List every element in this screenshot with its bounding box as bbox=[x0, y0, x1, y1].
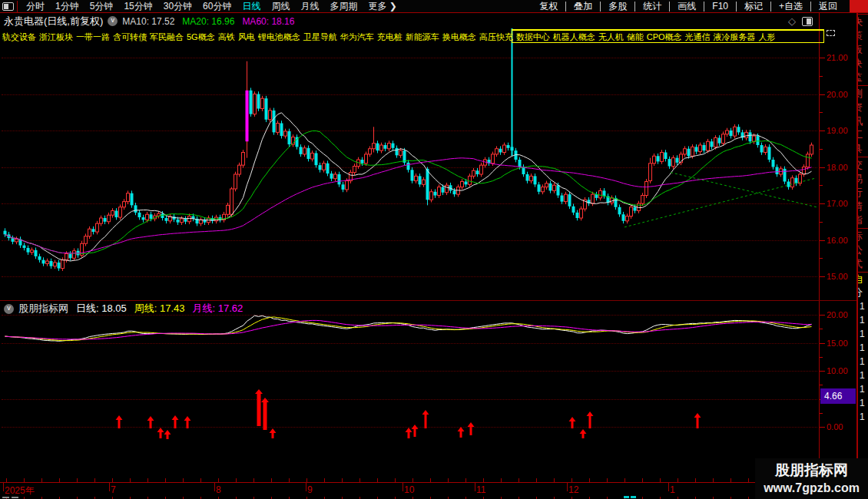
tag-selection-handle bbox=[827, 30, 835, 36]
concept-tag[interactable]: 充电桩 bbox=[377, 31, 403, 43]
chart-title-bar: 永贵电器(日线,前复权) v MA10: 17.52MA20: 16.96MA6… bbox=[0, 14, 819, 28]
chevron-down-icon[interactable]: v bbox=[108, 16, 118, 26]
strip-glyph: 指 bbox=[857, 213, 868, 227]
concept-tag[interactable]: 人形 bbox=[759, 31, 776, 43]
tool-button-5[interactable]: F10 bbox=[704, 1, 736, 12]
concept-tag[interactable]: 无人机 bbox=[598, 31, 624, 43]
axis-tick bbox=[820, 167, 825, 168]
period-tab-5[interactable]: 60分钟 bbox=[197, 0, 237, 13]
chart-canvas[interactable] bbox=[0, 0, 868, 499]
y-axis-label: 21.00 bbox=[827, 53, 848, 62]
y-axis-label: 18.00 bbox=[827, 163, 848, 172]
tool-buttons: 复权叠加多股统计画线F10标记+自选返回 bbox=[532, 0, 845, 13]
period-tab-1[interactable]: 1分钟 bbox=[50, 0, 84, 13]
axis-tick bbox=[820, 203, 825, 204]
period-tab-8[interactable]: 月线 bbox=[295, 0, 324, 13]
axis-tick bbox=[820, 58, 825, 58]
concept-tag[interactable]: 风电 bbox=[238, 31, 255, 43]
strip-glyph: 策 bbox=[857, 29, 868, 43]
concept-tag[interactable]: 轨交设备 bbox=[2, 31, 36, 43]
concept-tag[interactable]: 浙江板块 bbox=[39, 31, 73, 43]
concept-tag[interactable]: 光通信 bbox=[685, 31, 711, 43]
tool-button-3[interactable]: 统计 bbox=[635, 0, 669, 13]
panel-toggle-icon[interactable] bbox=[802, 17, 813, 26]
tool-button-1[interactable]: 叠加 bbox=[566, 0, 600, 13]
strip-glyph: 标 bbox=[857, 230, 868, 243]
axis-tick bbox=[820, 427, 825, 428]
tool-button-4[interactable]: 画线 bbox=[670, 0, 704, 13]
strip-divider bbox=[858, 85, 868, 86]
strip-divider bbox=[858, 14, 868, 15]
period-tab-7[interactable]: 周线 bbox=[266, 0, 295, 13]
strip-divider bbox=[858, 228, 868, 229]
y-axis-label: 17.00 bbox=[827, 199, 848, 208]
concept-tag[interactable]: 华为汽车 bbox=[340, 31, 374, 43]
axis-tick bbox=[820, 276, 825, 277]
trading-app-window: 分时1分钟5分钟15分钟30分钟60分钟日线周线月线多周期更多 ❯ 复权叠加多股… bbox=[0, 0, 868, 499]
period-tab-6[interactable]: 日线 bbox=[237, 0, 266, 13]
tool-button-2[interactable]: 多股 bbox=[601, 0, 634, 13]
strip-quote-number: 1 bbox=[860, 410, 868, 424]
strip-glyph: 块 bbox=[857, 57, 868, 71]
chevron-down-icon[interactable]: v bbox=[4, 304, 14, 314]
period-tab-3[interactable]: 15分钟 bbox=[118, 0, 157, 13]
ma-value-2: MA60: 18.16 bbox=[242, 16, 294, 27]
strip-glyph: 情 bbox=[857, 200, 868, 213]
concept-tag[interactable]: CPO概念 bbox=[647, 31, 682, 43]
concept-tag[interactable]: 储能 bbox=[627, 31, 644, 43]
diamond-icon[interactable]: ◇ bbox=[788, 15, 796, 27]
strip-glyph: 工 bbox=[857, 128, 868, 142]
toolbar-divider bbox=[17, 1, 18, 12]
concept-tag[interactable]: 卫星导航 bbox=[303, 31, 337, 43]
toolbar-right-buttons: 复权叠加多股统计画线F10标记+自选返回 bbox=[532, 0, 868, 13]
indicator-lines bbox=[5, 316, 812, 341]
period-tab-2[interactable]: 5分钟 bbox=[84, 0, 119, 13]
strip-glyph: 公 bbox=[857, 243, 868, 257]
indicator-panel-header: v 股朋指标网 日线: 18.05周线: 17.43月线: 17.62 bbox=[0, 302, 819, 316]
period-tab-4[interactable]: 30分钟 bbox=[158, 0, 197, 13]
strip-quote-number: 1 bbox=[860, 341, 868, 355]
period-tab-10[interactable]: 更多 ❯ bbox=[363, 0, 402, 13]
y-axis-label: 10.00 bbox=[827, 366, 848, 375]
period-tab-9[interactable]: 多周期 bbox=[324, 0, 363, 13]
right-edge-panel[interactable]: 决策版块监测资讯工具交易行情指标公式自分111111111 bbox=[857, 13, 868, 499]
concept-tag[interactable]: 换电概念 bbox=[442, 31, 476, 43]
axis-minor-tick bbox=[820, 149, 823, 150]
strip-quote-number: 1 bbox=[860, 355, 868, 368]
concept-tag[interactable]: 军民融合 bbox=[150, 31, 184, 43]
concept-tag[interactable]: 锂电池概念 bbox=[258, 31, 300, 43]
concept-tag[interactable]: 一带一路 bbox=[76, 31, 110, 43]
tool-button-8[interactable]: 返回 bbox=[811, 0, 845, 13]
concept-tag[interactable]: 高压快充 bbox=[479, 31, 513, 43]
period-tab-0[interactable]: 分时 bbox=[21, 0, 50, 13]
concept-tag[interactable]: 新能源车 bbox=[406, 31, 439, 43]
concept-tag[interactable]: 含可转债 bbox=[113, 31, 147, 43]
strip-glyph: 测 bbox=[857, 87, 868, 101]
strip-divider bbox=[858, 272, 868, 273]
toolbar-red-block bbox=[850, 0, 868, 12]
tool-button-0[interactable]: 复权 bbox=[532, 0, 565, 13]
axis-minor-tick bbox=[820, 185, 823, 186]
y-axis-label: 15.00 bbox=[827, 272, 848, 281]
axis-tick bbox=[820, 94, 825, 95]
trendlines bbox=[624, 173, 817, 227]
concept-tag[interactable]: 数据中心 bbox=[516, 31, 550, 43]
strip-glyph: 决 bbox=[857, 15, 868, 29]
axis-minor-tick bbox=[820, 76, 823, 77]
ma-value-1: MA20: 16.96 bbox=[182, 16, 234, 27]
strip-quote-number: 1 bbox=[860, 368, 868, 382]
strip-divider bbox=[858, 157, 868, 157]
watermark-url: www.7gpzb.com bbox=[755, 481, 868, 495]
indicator-name: 股朋指标网 bbox=[18, 302, 68, 316]
concept-tag[interactable]: 高铁 bbox=[218, 31, 235, 43]
strip-quote-number: 1 bbox=[860, 327, 868, 341]
y-axis-label: 20.00 bbox=[827, 90, 848, 99]
tool-button-7[interactable]: +自选 bbox=[771, 0, 810, 13]
concept-tag[interactable]: 液冷服务器 bbox=[714, 31, 756, 43]
tool-button-6[interactable]: 标记 bbox=[737, 0, 770, 13]
panel-layout-icon[interactable] bbox=[2, 2, 14, 11]
strip-glyph: 版 bbox=[857, 43, 868, 57]
concept-tag[interactable]: 5G概念 bbox=[187, 31, 215, 43]
concept-tag[interactable]: 机器人概念 bbox=[553, 31, 595, 43]
strip-white-char: 分 bbox=[857, 286, 868, 299]
